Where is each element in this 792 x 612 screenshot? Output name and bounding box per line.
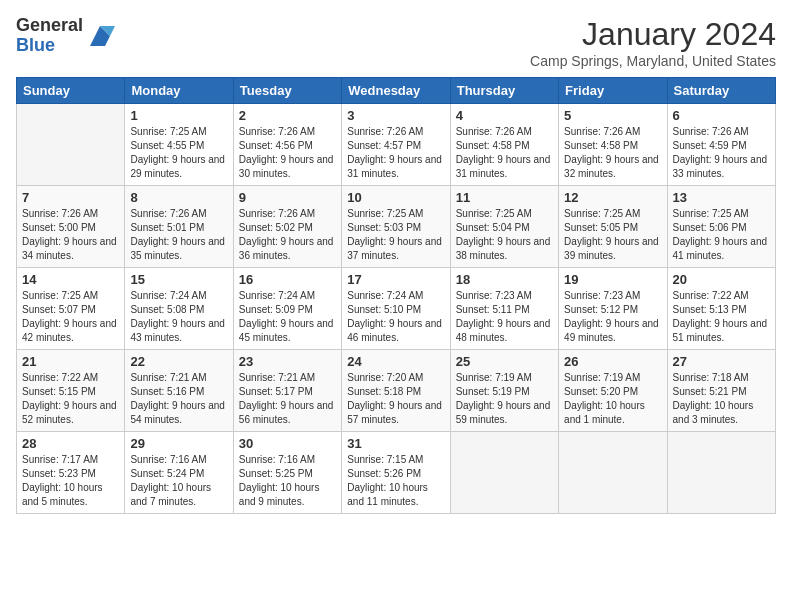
day-number: 23: [239, 354, 336, 369]
calendar-day-cell: 9Sunrise: 7:26 AMSunset: 5:02 PMDaylight…: [233, 186, 341, 268]
day-number: 4: [456, 108, 553, 123]
day-detail: Sunrise: 7:26 AMSunset: 4:57 PMDaylight:…: [347, 125, 444, 181]
calendar-day-cell: 12Sunrise: 7:25 AMSunset: 5:05 PMDayligh…: [559, 186, 667, 268]
calendar-day-cell: 20Sunrise: 7:22 AMSunset: 5:13 PMDayligh…: [667, 268, 775, 350]
logo-blue-text: Blue: [16, 36, 83, 56]
day-number: 26: [564, 354, 661, 369]
calendar-day-cell: [559, 432, 667, 514]
calendar-day-cell: 5Sunrise: 7:26 AMSunset: 4:58 PMDaylight…: [559, 104, 667, 186]
day-number: 13: [673, 190, 770, 205]
calendar-day-cell: 27Sunrise: 7:18 AMSunset: 5:21 PMDayligh…: [667, 350, 775, 432]
day-number: 28: [22, 436, 119, 451]
day-number: 6: [673, 108, 770, 123]
day-of-week-header: Saturday: [667, 78, 775, 104]
day-detail: Sunrise: 7:25 AMSunset: 4:55 PMDaylight:…: [130, 125, 227, 181]
calendar-day-cell: 21Sunrise: 7:22 AMSunset: 5:15 PMDayligh…: [17, 350, 125, 432]
day-number: 30: [239, 436, 336, 451]
calendar-day-cell: 19Sunrise: 7:23 AMSunset: 5:12 PMDayligh…: [559, 268, 667, 350]
day-number: 16: [239, 272, 336, 287]
day-detail: Sunrise: 7:22 AMSunset: 5:15 PMDaylight:…: [22, 371, 119, 427]
calendar-day-cell: [667, 432, 775, 514]
day-detail: Sunrise: 7:17 AMSunset: 5:23 PMDaylight:…: [22, 453, 119, 509]
calendar-day-cell: 13Sunrise: 7:25 AMSunset: 5:06 PMDayligh…: [667, 186, 775, 268]
day-detail: Sunrise: 7:26 AMSunset: 4:59 PMDaylight:…: [673, 125, 770, 181]
day-number: 1: [130, 108, 227, 123]
calendar-day-cell: 28Sunrise: 7:17 AMSunset: 5:23 PMDayligh…: [17, 432, 125, 514]
day-detail: Sunrise: 7:21 AMSunset: 5:16 PMDaylight:…: [130, 371, 227, 427]
calendar-day-cell: 30Sunrise: 7:16 AMSunset: 5:25 PMDayligh…: [233, 432, 341, 514]
day-number: 27: [673, 354, 770, 369]
calendar-header-row: SundayMondayTuesdayWednesdayThursdayFrid…: [17, 78, 776, 104]
day-detail: Sunrise: 7:24 AMSunset: 5:09 PMDaylight:…: [239, 289, 336, 345]
calendar-day-cell: 18Sunrise: 7:23 AMSunset: 5:11 PMDayligh…: [450, 268, 558, 350]
day-number: 29: [130, 436, 227, 451]
calendar-table: SundayMondayTuesdayWednesdayThursdayFrid…: [16, 77, 776, 514]
calendar-day-cell: 16Sunrise: 7:24 AMSunset: 5:09 PMDayligh…: [233, 268, 341, 350]
day-detail: Sunrise: 7:20 AMSunset: 5:18 PMDaylight:…: [347, 371, 444, 427]
day-number: 18: [456, 272, 553, 287]
day-number: 17: [347, 272, 444, 287]
day-number: 19: [564, 272, 661, 287]
day-detail: Sunrise: 7:25 AMSunset: 5:04 PMDaylight:…: [456, 207, 553, 263]
day-detail: Sunrise: 7:15 AMSunset: 5:26 PMDaylight:…: [347, 453, 444, 509]
day-detail: Sunrise: 7:25 AMSunset: 5:05 PMDaylight:…: [564, 207, 661, 263]
calendar-day-cell: 24Sunrise: 7:20 AMSunset: 5:18 PMDayligh…: [342, 350, 450, 432]
day-detail: Sunrise: 7:19 AMSunset: 5:19 PMDaylight:…: [456, 371, 553, 427]
calendar-day-cell: [17, 104, 125, 186]
calendar-day-cell: 6Sunrise: 7:26 AMSunset: 4:59 PMDaylight…: [667, 104, 775, 186]
calendar-week-row: 7Sunrise: 7:26 AMSunset: 5:00 PMDaylight…: [17, 186, 776, 268]
calendar-day-cell: 23Sunrise: 7:21 AMSunset: 5:17 PMDayligh…: [233, 350, 341, 432]
day-number: 25: [456, 354, 553, 369]
day-detail: Sunrise: 7:26 AMSunset: 4:58 PMDaylight:…: [564, 125, 661, 181]
day-number: 7: [22, 190, 119, 205]
day-detail: Sunrise: 7:25 AMSunset: 5:03 PMDaylight:…: [347, 207, 444, 263]
title-area: January 2024 Camp Springs, Maryland, Uni…: [530, 16, 776, 69]
calendar-day-cell: 2Sunrise: 7:26 AMSunset: 4:56 PMDaylight…: [233, 104, 341, 186]
month-title: January 2024: [530, 16, 776, 53]
day-detail: Sunrise: 7:26 AMSunset: 5:01 PMDaylight:…: [130, 207, 227, 263]
day-number: 15: [130, 272, 227, 287]
day-detail: Sunrise: 7:23 AMSunset: 5:11 PMDaylight:…: [456, 289, 553, 345]
logo-general-text: General: [16, 16, 83, 36]
calendar-week-row: 1Sunrise: 7:25 AMSunset: 4:55 PMDaylight…: [17, 104, 776, 186]
day-number: 10: [347, 190, 444, 205]
day-number: 5: [564, 108, 661, 123]
calendar-day-cell: 11Sunrise: 7:25 AMSunset: 5:04 PMDayligh…: [450, 186, 558, 268]
day-number: 12: [564, 190, 661, 205]
day-number: 3: [347, 108, 444, 123]
day-detail: Sunrise: 7:25 AMSunset: 5:06 PMDaylight:…: [673, 207, 770, 263]
calendar-week-row: 28Sunrise: 7:17 AMSunset: 5:23 PMDayligh…: [17, 432, 776, 514]
calendar-week-row: 21Sunrise: 7:22 AMSunset: 5:15 PMDayligh…: [17, 350, 776, 432]
page-header: General Blue January 2024 Camp Springs, …: [16, 16, 776, 69]
day-detail: Sunrise: 7:19 AMSunset: 5:20 PMDaylight:…: [564, 371, 661, 427]
day-detail: Sunrise: 7:24 AMSunset: 5:08 PMDaylight:…: [130, 289, 227, 345]
day-of-week-header: Friday: [559, 78, 667, 104]
calendar-day-cell: 31Sunrise: 7:15 AMSunset: 5:26 PMDayligh…: [342, 432, 450, 514]
calendar-day-cell: 14Sunrise: 7:25 AMSunset: 5:07 PMDayligh…: [17, 268, 125, 350]
day-number: 31: [347, 436, 444, 451]
day-detail: Sunrise: 7:26 AMSunset: 4:58 PMDaylight:…: [456, 125, 553, 181]
day-number: 9: [239, 190, 336, 205]
calendar-day-cell: 26Sunrise: 7:19 AMSunset: 5:20 PMDayligh…: [559, 350, 667, 432]
calendar-day-cell: 25Sunrise: 7:19 AMSunset: 5:19 PMDayligh…: [450, 350, 558, 432]
calendar-day-cell: 17Sunrise: 7:24 AMSunset: 5:10 PMDayligh…: [342, 268, 450, 350]
logo-icon: [85, 21, 115, 51]
calendar-day-cell: 8Sunrise: 7:26 AMSunset: 5:01 PMDaylight…: [125, 186, 233, 268]
day-number: 21: [22, 354, 119, 369]
day-number: 8: [130, 190, 227, 205]
day-number: 24: [347, 354, 444, 369]
day-number: 22: [130, 354, 227, 369]
day-detail: Sunrise: 7:16 AMSunset: 5:25 PMDaylight:…: [239, 453, 336, 509]
day-detail: Sunrise: 7:26 AMSunset: 5:02 PMDaylight:…: [239, 207, 336, 263]
day-detail: Sunrise: 7:16 AMSunset: 5:24 PMDaylight:…: [130, 453, 227, 509]
day-detail: Sunrise: 7:26 AMSunset: 4:56 PMDaylight:…: [239, 125, 336, 181]
calendar-day-cell: 15Sunrise: 7:24 AMSunset: 5:08 PMDayligh…: [125, 268, 233, 350]
calendar-week-row: 14Sunrise: 7:25 AMSunset: 5:07 PMDayligh…: [17, 268, 776, 350]
day-detail: Sunrise: 7:22 AMSunset: 5:13 PMDaylight:…: [673, 289, 770, 345]
calendar-day-cell: 3Sunrise: 7:26 AMSunset: 4:57 PMDaylight…: [342, 104, 450, 186]
day-number: 20: [673, 272, 770, 287]
day-of-week-header: Sunday: [17, 78, 125, 104]
logo: General Blue: [16, 16, 115, 56]
calendar-day-cell: 10Sunrise: 7:25 AMSunset: 5:03 PMDayligh…: [342, 186, 450, 268]
day-number: 2: [239, 108, 336, 123]
